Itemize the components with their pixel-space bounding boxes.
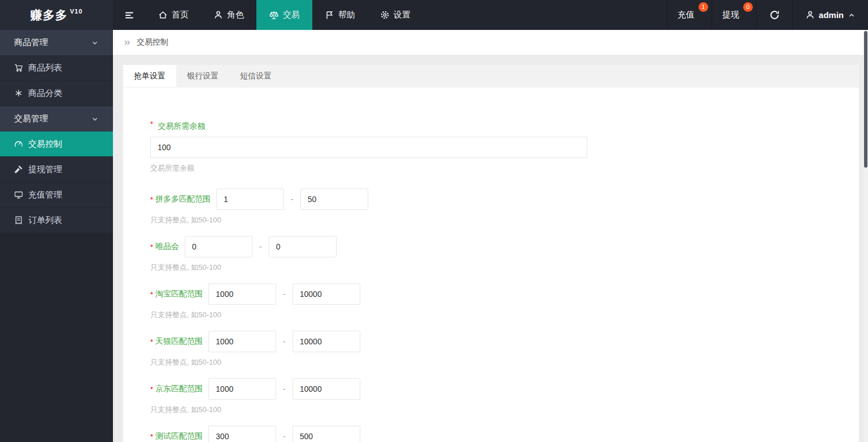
tmall-min-input[interactable]: [208, 331, 276, 352]
sidebar-group-products[interactable]: 商品管理: [0, 30, 113, 55]
field-required-balance: * 交易所需余额 交易所需余额: [150, 120, 832, 173]
tab-grab-order-settings[interactable]: 抢单设置: [123, 65, 176, 87]
pdd-max-input[interactable]: [300, 189, 368, 210]
field-jd-range: * 京东匹配范围 - 只支持整点, 如50-100: [150, 378, 832, 415]
test-max-input[interactable]: [293, 426, 360, 442]
required-asterisk: *: [150, 195, 153, 204]
scales-icon: [269, 10, 279, 20]
app-version: V10: [70, 8, 83, 15]
sidebar-item-label: 商品分类: [28, 88, 62, 99]
user-icon: [805, 10, 815, 20]
home-icon: [158, 10, 168, 20]
required-asterisk: *: [150, 385, 153, 393]
sidebar-item-trade-control[interactable]: 交易控制: [0, 132, 113, 157]
field-help: 只支持整点, 如50-100: [150, 262, 832, 273]
range-separator: -: [283, 290, 286, 299]
nav-item-label: 交易: [283, 10, 300, 20]
sidebar-item-label: 订单列表: [28, 215, 62, 226]
sidebar-item-label: 充值管理: [28, 190, 62, 200]
main-nav: 首页 角色 交易 帮助: [113, 0, 667, 30]
required-asterisk: *: [150, 243, 153, 251]
vertical-scrollbar[interactable]: [863, 30, 868, 442]
asterisk-icon: [14, 89, 23, 98]
tab-bank-settings[interactable]: 银行设置: [176, 65, 229, 87]
tab-label: 抢单设置: [134, 71, 165, 81]
taobao-max-input[interactable]: [293, 283, 360, 305]
range-separator: -: [283, 384, 286, 393]
sidebar-item-withdraw-mgmt[interactable]: 提现管理: [0, 157, 113, 182]
hamburger-menu-icon: [124, 10, 134, 20]
jd-min-input[interactable]: [208, 378, 276, 400]
pdd-min-input[interactable]: [216, 189, 284, 210]
sidebar-item-product-category[interactable]: 商品分类: [0, 81, 113, 106]
sidebar-group-trade[interactable]: 交易管理: [0, 106, 113, 132]
withdraw-badge: 0: [743, 2, 753, 12]
taobao-min-input[interactable]: [208, 283, 276, 305]
vip-min-input[interactable]: [185, 236, 252, 257]
header-right: 充值 1 提现 0 admin: [667, 0, 868, 30]
nav-item-help[interactable]: 帮助: [312, 0, 368, 30]
field-tmall-range: * 天猫匹配范围 - 只支持整点, 如50-100: [150, 331, 832, 367]
field-label: 拼多多匹配范围: [155, 194, 211, 204]
field-label: 天猫匹配范围: [155, 336, 203, 347]
person-icon: [213, 10, 223, 20]
field-help: 只支持整点, 如50-100: [150, 405, 832, 415]
range-separator: -: [259, 242, 262, 251]
scrollbar-thumb[interactable]: [864, 31, 867, 168]
nav-item-roles[interactable]: 角色: [201, 0, 256, 30]
required-asterisk: *: [150, 290, 153, 299]
list-icon: [14, 216, 23, 225]
chevron-down-icon: [91, 115, 99, 123]
nav-item-settings[interactable]: 设置: [368, 0, 423, 30]
field-help: 交易所需余额: [150, 163, 832, 173]
app-logo[interactable]: 赚多多 V10: [0, 0, 113, 30]
nav-item-home[interactable]: 首页: [146, 0, 201, 30]
flag-icon: [325, 10, 334, 20]
form-body: * 交易所需余额 交易所需余额 * 拼多多匹配范围 - 只支持整点, 如50-1…: [123, 87, 859, 442]
field-help: 只支持整点, 如50-100: [150, 310, 832, 320]
field-taobao-range: * 淘宝匹配范围 - 只支持整点, 如50-100: [150, 283, 832, 320]
nav-item-trade[interactable]: 交易: [256, 0, 312, 30]
field-label: 淘宝匹配范围: [155, 289, 203, 299]
sidebar-item-recharge-mgmt[interactable]: 充值管理: [0, 182, 113, 208]
field-help: 只支持整点, 如50-100: [150, 215, 832, 225]
nav-item-label: 首页: [172, 10, 189, 20]
tmall-max-input[interactable]: [293, 331, 360, 352]
balance-input[interactable]: [150, 137, 587, 158]
nav-item-label: 帮助: [338, 10, 355, 20]
range-separator: -: [291, 195, 294, 204]
tab-sms-settings[interactable]: 短信设置: [229, 65, 282, 87]
sidebar-item-order-list[interactable]: 订单列表: [0, 208, 113, 233]
sidebar-collapse-button[interactable]: [113, 0, 146, 30]
nav-item-label: 设置: [394, 10, 411, 20]
breadcrumb-title: 交易控制: [137, 37, 168, 47]
chevron-up-icon: [848, 11, 856, 19]
tab-label: 银行设置: [187, 71, 219, 81]
field-test-range: * 测试匹配范围 - 只支持整点, 如50-100: [150, 426, 832, 442]
jd-max-input[interactable]: [293, 378, 360, 400]
recharge-button[interactable]: 充值 1: [667, 0, 712, 30]
top-header: 赚多多 V10 首页 角色: [0, 0, 868, 30]
field-label: 测试匹配范围: [155, 431, 203, 441]
field-help: 只支持整点, 如50-100: [150, 357, 832, 367]
user-menu[interactable]: admin: [792, 0, 868, 30]
sidebar-item-product-list[interactable]: 商品列表: [0, 55, 113, 81]
chevron-down-icon: [91, 39, 99, 47]
test-min-input[interactable]: [208, 426, 276, 442]
nav-item-label: 角色: [227, 10, 244, 20]
main-content: 交易控制 抢单设置 银行设置 短信设置 * 交易所需余额 交易所需余额: [113, 30, 863, 442]
vip-max-input[interactable]: [269, 236, 337, 257]
gavel-icon: [14, 165, 23, 174]
tab-label: 短信设置: [240, 71, 272, 81]
range-separator: -: [283, 337, 286, 346]
withdraw-button[interactable]: 提现 0: [712, 0, 756, 30]
field-label: 唯品会: [155, 242, 179, 252]
tab-bar: 抢单设置 银行设置 短信设置: [123, 65, 859, 87]
recharge-badge: 1: [699, 2, 708, 12]
refresh-button[interactable]: [756, 0, 792, 30]
cart-icon: [14, 63, 23, 72]
sidebar-item-label: 提现管理: [28, 164, 62, 175]
field-label-row: * 交易所需余额: [150, 120, 832, 132]
gear-icon: [380, 10, 390, 20]
sidebar-group-label: 商品管理: [14, 37, 48, 48]
